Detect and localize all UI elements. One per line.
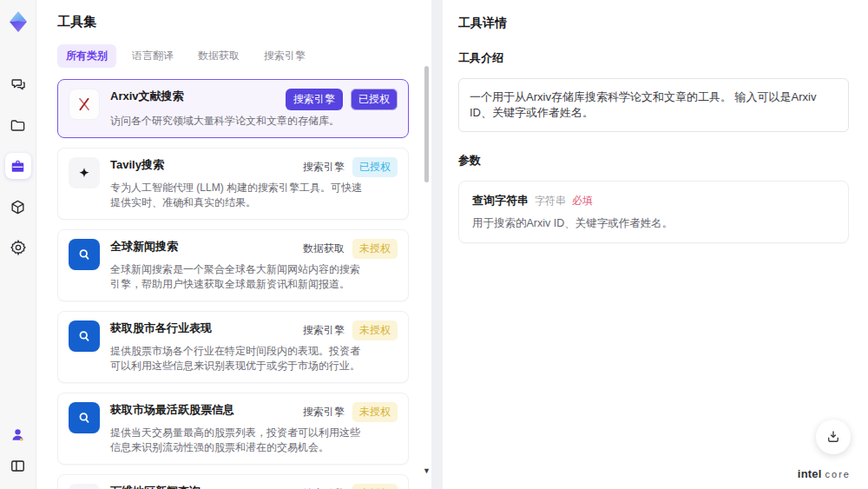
page-title: 工具集 <box>57 14 409 30</box>
brand-intel: intel <box>798 467 822 480</box>
tool-category-label: 搜索引擎 <box>303 160 345 175</box>
param-type: 字符串 <box>535 194 566 208</box>
intro-heading: 工具介绍 <box>458 50 849 66</box>
tab-language-translation[interactable]: 语言翻译 <box>123 44 182 68</box>
cube-icon[interactable] <box>5 194 31 220</box>
arxiv-icon <box>69 89 100 120</box>
tool-intro-text: 一个用于从Arxiv存储库搜索科学论文和文章的工具。 输入可以是Arxiv ID… <box>458 78 849 132</box>
left-rail <box>0 0 36 489</box>
tool-status-badge[interactable]: 已授权 <box>351 89 398 110</box>
tool-category-badge[interactable]: 搜索引擎 <box>286 89 343 110</box>
tool-status-badge: 已授权 <box>352 157 398 177</box>
tool-description: 访问各个研究领域大量科学论文和文章的存储库。 <box>110 114 367 129</box>
download-icon <box>825 429 841 445</box>
tool-card-regional-news[interactable]: 万维地区新闻查询 搜索引擎 未授权 查询具体行政区划内的新闻，快速了解各地新闻动 <box>57 474 409 489</box>
tool-category-label: 数据获取 <box>303 241 345 256</box>
parameter-card: 查询字符串 字符串 必填 用于搜索的Arxiv ID、关键字或作者姓名。 <box>458 181 849 243</box>
tool-description: 提供股票市场各个行业在特定时间段内的表现。投资者可以利用这些信息来识别表现优于或… <box>110 344 367 373</box>
tab-data-fetch[interactable]: 数据获取 <box>189 44 248 68</box>
sparkle-icon <box>69 157 100 188</box>
brand-core: core <box>825 469 851 479</box>
tool-name: 万维地区新闻查询 <box>110 484 201 489</box>
app-window: 工具集 所有类别 语言翻译 数据获取 搜索引擎 Arxiv文献搜索 <box>0 0 868 489</box>
tool-name: 获取市场最活跃股票信息 <box>110 402 234 417</box>
chat-icon[interactable] <box>5 71 31 97</box>
tool-status-badge: 未授权 <box>352 320 398 340</box>
panel-toggle-icon[interactable] <box>5 453 31 479</box>
tool-category-label: 搜索引擎 <box>303 405 345 420</box>
tool-name: Arxiv文献搜索 <box>110 89 184 103</box>
settings-gear-icon[interactable] <box>5 235 31 261</box>
params-heading: 参数 <box>458 153 849 169</box>
tool-name: Tavily搜索 <box>110 157 164 172</box>
tool-description: 全球新闻搜索是一个聚合全球各大新闻网站内容的搜索引擎，帮助用户快速获取全球最新资… <box>110 262 367 292</box>
app-logo-icon <box>5 9 31 35</box>
param-description: 用于搜索的Arxiv ID、关键字或作者姓名。 <box>472 216 835 231</box>
tab-search-engine[interactable]: 搜索引擎 <box>255 44 314 68</box>
rail-bottom <box>5 421 31 479</box>
tool-name: 全球新闻搜索 <box>110 239 178 254</box>
param-name: 查询字符串 <box>472 193 529 208</box>
user-avatar-icon[interactable] <box>5 421 31 447</box>
tool-name: 获取股市各行业表现 <box>110 320 212 335</box>
tool-card-global-news[interactable]: 全球新闻搜索 数据获取 未授权 全球新闻搜索是一个聚合全球各大新闻网站内容的搜索… <box>57 229 409 301</box>
category-tabs: 所有类别 语言翻译 数据获取 搜索引擎 <box>57 44 409 68</box>
list-scrollbar[interactable]: ▼ <box>424 0 429 489</box>
rail-nav <box>5 71 31 261</box>
tool-status-badge: 未授权 <box>352 239 398 259</box>
news-icon <box>69 484 100 489</box>
folder-icon[interactable] <box>5 112 31 138</box>
tool-description: 专为人工智能代理 (LLM) 构建的搜索引擎工具。可快速提供实时、准确和真实的结… <box>110 181 367 210</box>
tool-detail-panel: 工具详情 工具介绍 一个用于从Arxiv存储库搜索科学论文和文章的工具。 输入可… <box>443 0 868 489</box>
tool-list-panel: 工具集 所有类别 语言翻译 数据获取 搜索引擎 Arxiv文献搜索 <box>36 0 431 489</box>
tool-description: 提供当天交易量最高的股票列表，投资者可以利用这些信息来识别流动性强的股票和潜在的… <box>110 426 367 455</box>
download-button[interactable] <box>816 420 851 454</box>
tool-status-badge: 未授权 <box>352 484 398 489</box>
intel-core-logo: intel core <box>798 467 851 480</box>
scrollbar-thumb[interactable] <box>424 66 429 182</box>
tool-card-arxiv[interactable]: Arxiv文献搜索 搜索引擎 已授权 访问各个研究领域大量科学论文和文章的存储库… <box>57 79 409 138</box>
tool-card-active-stocks[interactable]: 获取市场最活跃股票信息 搜索引擎 未授权 提供当天交易量最高的股票列表，投资者可… <box>57 393 409 465</box>
search-blue-icon <box>69 402 100 433</box>
param-required-label: 必填 <box>572 194 593 208</box>
panel-divider <box>431 0 443 489</box>
tool-card-tavily[interactable]: Tavily搜索 搜索引擎 已授权 专为人工智能代理 (LLM) 构建的搜索引擎… <box>57 148 409 220</box>
search-blue-icon <box>69 320 100 352</box>
tool-card-list: Arxiv文献搜索 搜索引擎 已授权 访问各个研究领域大量科学论文和文章的存储库… <box>57 79 409 489</box>
toolbox-icon[interactable] <box>5 153 31 179</box>
tool-card-sector-performance[interactable]: 获取股市各行业表现 搜索引擎 未授权 提供股票市场各个行业在特定时间段内的表现。… <box>57 311 409 383</box>
search-blue-icon <box>69 239 100 270</box>
tool-category-label: 搜索引擎 <box>303 323 345 338</box>
tab-all-categories[interactable]: 所有类别 <box>57 44 116 68</box>
scrollbar-down-arrow-icon[interactable]: ▼ <box>423 466 431 475</box>
tool-status-badge: 未授权 <box>352 402 398 422</box>
detail-title: 工具详情 <box>458 16 849 31</box>
